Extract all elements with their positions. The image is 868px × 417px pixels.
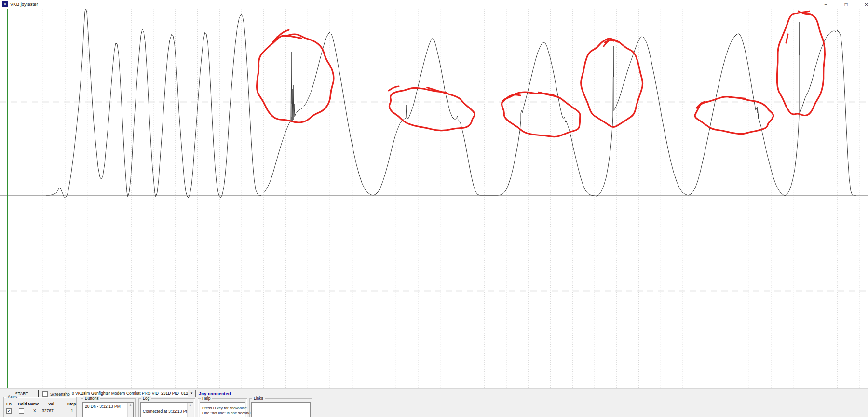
log-group-title: Log bbox=[141, 396, 151, 401]
links-box bbox=[251, 402, 311, 417]
scroll-up-icon[interactable]: ▲ bbox=[188, 403, 193, 406]
buttons-log-entry: 28 Dn - 3:32:13 PM bbox=[85, 404, 121, 409]
axes-header-en: En bbox=[6, 402, 12, 406]
annotation-red-circle bbox=[389, 88, 475, 131]
axis-en-checkbox[interactable]: ✔ bbox=[6, 408, 12, 414]
annotation-red-stroke bbox=[389, 86, 399, 91]
axis-name-value: X bbox=[33, 408, 36, 413]
axis-val-value: 32767 bbox=[42, 408, 54, 413]
dropdown-arrow-icon[interactable]: ▼ bbox=[188, 390, 195, 397]
annotation-red-circle bbox=[581, 39, 643, 127]
axis-bold-checkbox[interactable] bbox=[19, 408, 24, 414]
axis-step-value: 1 bbox=[71, 408, 73, 413]
app-logo-icon: V bbox=[2, 1, 8, 7]
vkb-joytester-window: { "window": { "title": "VKB joytester", … bbox=[0, 0, 868, 417]
log-scrollbar[interactable]: ▲ bbox=[187, 403, 193, 417]
title-bar: V VKB joytester − □ ✕ bbox=[0, 0, 868, 9]
help-group-title: Help bbox=[201, 396, 212, 401]
annotation-red-stroke bbox=[786, 34, 788, 43]
close-button[interactable]: ✕ bbox=[857, 0, 868, 9]
buttons-group: Buttons 28 Dn - 3:32:13 PM ▲ bbox=[81, 398, 136, 417]
screenshot-checkbox[interactable] bbox=[42, 391, 48, 397]
axes-header-name: Name bbox=[28, 402, 39, 406]
help-group: Help Press H key for show\hide One "dot … bbox=[198, 398, 247, 417]
annotation-red-circle bbox=[257, 34, 334, 122]
annotation-red-circle bbox=[502, 92, 580, 136]
axes-header-bold: Bold bbox=[18, 402, 27, 406]
buttons-log-list[interactable]: 28 Dn - 3:32:13 PM ▲ bbox=[82, 402, 134, 417]
minimize-button[interactable]: − bbox=[817, 0, 835, 9]
axes-group-title: Axes bbox=[6, 394, 18, 399]
log-group: Log Connected at 3:32:13 PM ▲ bbox=[138, 398, 195, 417]
help-box: Press H key for show\hide One "dot line"… bbox=[200, 402, 245, 417]
x-axis-waveform-trace bbox=[46, 8, 856, 198]
annotation-red-stroke bbox=[604, 40, 614, 46]
buttons-group-title: Buttons bbox=[83, 396, 100, 401]
window-title: VKB joytester bbox=[10, 1, 38, 7]
axes-header-val: Val bbox=[48, 402, 54, 406]
log-entry: Connected at 3:32:13 PM bbox=[143, 409, 189, 414]
scroll-up-icon[interactable]: ▲ bbox=[128, 403, 133, 406]
buttons-scrollbar[interactable]: ▲ bbox=[127, 403, 133, 417]
log-list[interactable]: Connected at 3:32:13 PM ▲ bbox=[140, 402, 193, 417]
device-select-value: 0 VKBsim Gunfighter Modern Combat PRO VI… bbox=[70, 391, 188, 396]
axes-header-step: Step bbox=[67, 402, 76, 406]
control-panel: START Screenshoot 0 VKBsim Gunfighter Mo… bbox=[0, 388, 868, 417]
links-group-title: Links bbox=[252, 396, 265, 401]
maximize-button[interactable]: □ bbox=[837, 0, 855, 9]
annotation-red-circle bbox=[777, 11, 825, 115]
help-line-1: Press H key for show\hide bbox=[202, 406, 247, 410]
axis-trace-chart bbox=[0, 0, 868, 417]
help-line-2: One "dot line" is one second bbox=[202, 411, 250, 415]
axes-group: Axes En Bold Name Val Step ✔ X 32767 1 bbox=[3, 397, 77, 417]
links-group: Links bbox=[249, 398, 312, 417]
